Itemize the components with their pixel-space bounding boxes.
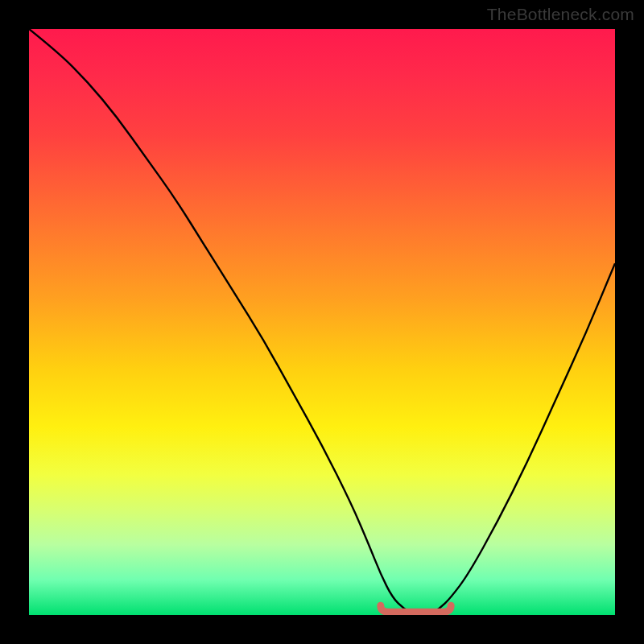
- curve-path: [29, 29, 615, 615]
- chart-svg: [29, 29, 615, 615]
- credit-label: TheBottleneck.com: [487, 5, 634, 24]
- chart-frame: TheBottleneck.com: [0, 0, 644, 644]
- plot-area: [29, 29, 615, 615]
